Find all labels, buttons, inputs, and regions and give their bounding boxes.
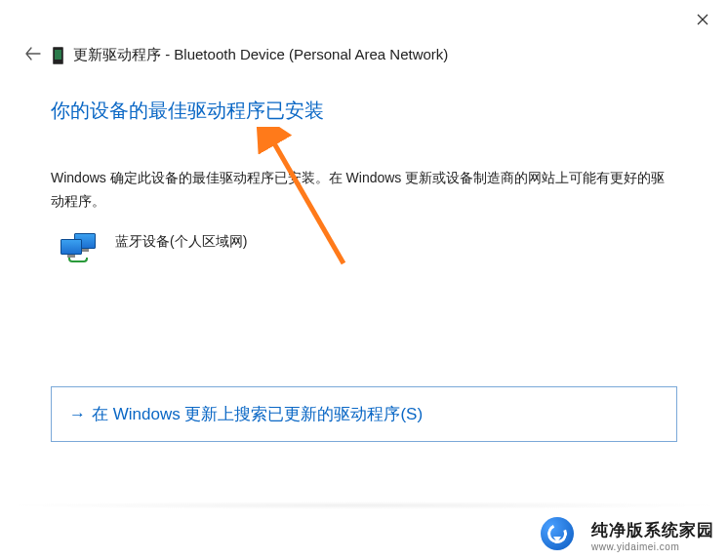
- watermark-url: www.yidaimei.com: [591, 541, 714, 552]
- close-button[interactable]: [691, 8, 714, 31]
- watermark-logo-icon: [541, 517, 574, 550]
- search-windows-update-link[interactable]: →在 Windows 更新上搜索已更新的驱动程序(S): [69, 405, 423, 423]
- title-sep: -: [161, 46, 174, 62]
- action-link-label: 在 Windows 更新上搜索已更新的驱动程序(S): [92, 405, 423, 423]
- content-heading: 你的设备的最佳驱动程序已安装: [51, 98, 677, 124]
- action-link-container[interactable]: →在 Windows 更新上搜索已更新的驱动程序(S): [51, 386, 677, 442]
- close-icon: [697, 14, 708, 25]
- dialog-window: 更新驱动程序 - Bluetooth Device (Personal Area…: [0, 0, 728, 560]
- device-row: 蓝牙设备(个人区域网): [61, 231, 677, 260]
- arrow-right-icon: →: [69, 405, 86, 423]
- title-prefix: 更新驱动程序: [73, 46, 161, 62]
- network-device-icon: [61, 233, 98, 260]
- dialog-content: 你的设备的最佳驱动程序已安装 Windows 确定此设备的最佳驱动程序已安装。在…: [51, 98, 677, 260]
- dialog-title: 更新驱动程序 - Bluetooth Device (Personal Area…: [73, 46, 448, 64]
- dialog-header: 更新驱动程序 - Bluetooth Device (Personal Area…: [23, 45, 705, 65]
- device-label: 蓝牙设备(个人区域网): [115, 231, 247, 251]
- back-arrow-icon: [25, 47, 41, 60]
- watermark: 纯净版系统家园 www.yidaimei.com: [591, 519, 714, 552]
- back-button[interactable]: [23, 45, 43, 65]
- title-device: Bluetooth Device (Personal Area Network): [174, 46, 448, 62]
- watermark-brand: 纯净版系统家园: [591, 519, 714, 541]
- content-description: Windows 确定此设备的最佳驱动程序已安装。在 Windows 更新或设备制…: [51, 167, 677, 214]
- device-icon: [53, 47, 63, 64]
- shadow-divider: [0, 501, 728, 509]
